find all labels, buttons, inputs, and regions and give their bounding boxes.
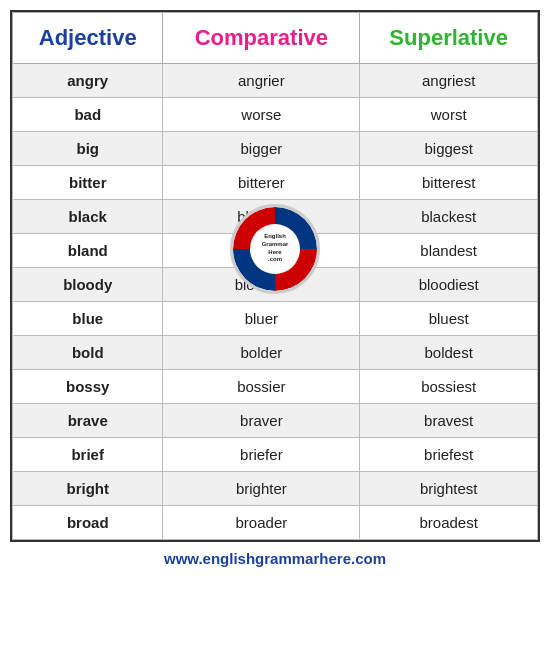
cell-comparative: bolder (163, 336, 360, 370)
table-row: bluebluerbluest (13, 302, 538, 336)
cell-comparative: brighter (163, 472, 360, 506)
cell-superlative: briefest (360, 438, 538, 472)
table-row: brightbrighterbrightest (13, 472, 538, 506)
cell-comparative: bigger (163, 132, 360, 166)
watermark: EnglishGrammarHere.com (230, 204, 320, 294)
cell-adjective: bloody (13, 268, 163, 302)
cell-adjective: black (13, 200, 163, 234)
comparative-header: Comparative (163, 13, 360, 64)
cell-adjective: bossy (13, 370, 163, 404)
cell-adjective: bold (13, 336, 163, 370)
cell-comparative: angrier (163, 64, 360, 98)
cell-superlative: brightest (360, 472, 538, 506)
cell-superlative: biggest (360, 132, 538, 166)
cell-superlative: bossiest (360, 370, 538, 404)
cell-adjective: brave (13, 404, 163, 438)
cell-superlative: bitterest (360, 166, 538, 200)
table-row: bossybossierbossiest (13, 370, 538, 404)
cell-comparative: braver (163, 404, 360, 438)
cell-superlative: angriest (360, 64, 538, 98)
table-row: bigbiggerbiggest (13, 132, 538, 166)
cell-adjective: broad (13, 506, 163, 540)
cell-comparative: worse (163, 98, 360, 132)
cell-superlative: bluest (360, 302, 538, 336)
cell-superlative: bloodiest (360, 268, 538, 302)
cell-adjective: bland (13, 234, 163, 268)
cell-adjective: brief (13, 438, 163, 472)
cell-comparative: bossier (163, 370, 360, 404)
cell-superlative: boldest (360, 336, 538, 370)
cell-superlative: bravest (360, 404, 538, 438)
cell-superlative: broadest (360, 506, 538, 540)
cell-adjective: bitter (13, 166, 163, 200)
cell-superlative: worst (360, 98, 538, 132)
superlative-header: Superlative (360, 13, 538, 64)
table-row: badworseworst (13, 98, 538, 132)
table-row: bitterbittererbitterest (13, 166, 538, 200)
watermark-text: EnglishGrammarHere.com (235, 233, 315, 264)
cell-adjective: angry (13, 64, 163, 98)
cell-adjective: bright (13, 472, 163, 506)
cell-comparative: briefer (163, 438, 360, 472)
cell-adjective: big (13, 132, 163, 166)
cell-adjective: bad (13, 98, 163, 132)
footer-url: www.englishgrammarhere.com (164, 550, 386, 567)
adjective-header: Adjective (13, 13, 163, 64)
table-row: broadbroaderbroadest (13, 506, 538, 540)
table-row: briefbrieferbriefest (13, 438, 538, 472)
table-row: angryangrierangriest (13, 64, 538, 98)
table-row: bravebraverbravest (13, 404, 538, 438)
cell-comparative: bluer (163, 302, 360, 336)
table-row: boldbolderboldest (13, 336, 538, 370)
cell-comparative: bitterer (163, 166, 360, 200)
cell-comparative: broader (163, 506, 360, 540)
cell-superlative: blackest (360, 200, 538, 234)
adjective-table: Adjective Comparative Superlative angrya… (10, 10, 540, 542)
cell-adjective: blue (13, 302, 163, 336)
cell-superlative: blandest (360, 234, 538, 268)
